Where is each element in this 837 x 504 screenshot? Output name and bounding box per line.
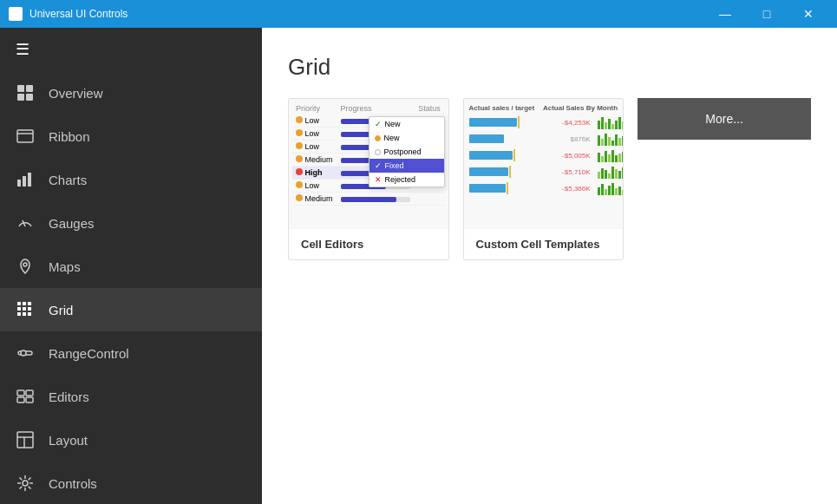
svg-rect-15 xyxy=(17,302,21,305)
sidebar-label-gauges: Gauges xyxy=(49,216,95,231)
sidebar-item-layout[interactable]: Layout xyxy=(0,418,262,461)
charts-icon xyxy=(16,170,35,189)
cct-row-5: -$5,366K xyxy=(469,181,618,195)
cct-col2: Actual Sales By Month xyxy=(543,104,618,112)
svg-rect-28 xyxy=(17,397,24,403)
svg-rect-19 xyxy=(23,307,26,311)
svg-rect-21 xyxy=(17,312,21,316)
cct-row-3: -$5,005K xyxy=(469,148,618,162)
sidebar-label-layout: Layout xyxy=(49,433,88,448)
cct-row-1: -$4,253K xyxy=(469,115,618,129)
cards-row: Priority Progress Status Low xyxy=(288,98,811,260)
maximize-button[interactable]: □ xyxy=(747,0,787,28)
gauges-icon xyxy=(16,213,35,232)
app-title: Universal UI Controls xyxy=(29,8,128,20)
svg-rect-5 xyxy=(26,85,33,92)
ribbon-icon xyxy=(16,127,35,146)
svg-rect-20 xyxy=(28,307,31,311)
title-bar: Universal UI Controls — □ ✕ xyxy=(0,0,837,28)
sidebar-label-charts: Charts xyxy=(49,173,87,187)
overview-icon xyxy=(16,83,35,102)
svg-rect-23 xyxy=(28,312,31,316)
svg-rect-2 xyxy=(10,15,15,19)
svg-rect-22 xyxy=(23,312,26,316)
sidebar-label-overview: Overview xyxy=(49,86,103,101)
svg-rect-3 xyxy=(16,15,21,19)
sidebar-label-ribbon: Ribbon xyxy=(49,129,90,144)
sidebar-item-maps[interactable]: Maps xyxy=(0,245,262,288)
svg-rect-18 xyxy=(17,307,21,311)
cell-editors-card[interactable]: Priority Progress Status Low xyxy=(288,98,449,260)
sidebar-label-grid: Grid xyxy=(49,303,73,317)
title-bar-left: Universal UI Controls xyxy=(9,7,128,21)
svg-rect-4 xyxy=(17,85,24,92)
svg-rect-6 xyxy=(17,94,24,101)
custom-cell-templates-card[interactable]: Actual sales / target Actual Sales By Mo… xyxy=(463,98,624,260)
svg-rect-8 xyxy=(17,130,33,142)
svg-rect-0 xyxy=(10,9,15,13)
cct-preview: Actual sales / target Actual Sales By Mo… xyxy=(464,99,624,229)
status-item-new: New xyxy=(369,131,444,145)
sidebar-label-rangecontrol: RangeControl xyxy=(49,346,129,361)
svg-rect-26 xyxy=(17,390,24,396)
sidebar-item-editors[interactable]: Editors xyxy=(0,375,262,418)
app-body: ☰ Overview Ribbon xyxy=(0,28,837,504)
svg-point-33 xyxy=(23,481,28,486)
layout-icon xyxy=(16,430,35,449)
sidebar-label-controls: Controls xyxy=(49,476,97,491)
sidebar-item-controls[interactable]: Controls xyxy=(0,461,262,504)
svg-point-25 xyxy=(21,350,26,356)
svg-rect-17 xyxy=(28,302,31,305)
minimize-button[interactable]: — xyxy=(705,0,745,28)
svg-rect-27 xyxy=(26,390,33,396)
sidebar-item-rangecontrol[interactable]: RangeControl xyxy=(0,331,262,375)
status-dropdown: ✓ New New Postponed ✓ Fixed ✕ Rejected xyxy=(369,116,445,187)
sidebar-item-ribbon[interactable]: Ribbon xyxy=(0,115,262,158)
hamburger-button[interactable]: ☰ xyxy=(0,28,262,71)
sidebar-label-editors: Editors xyxy=(49,389,89,404)
editors-icon xyxy=(16,387,35,406)
main-content: Grid Priority Progress Status xyxy=(262,28,837,504)
svg-rect-7 xyxy=(26,94,33,101)
controls-icon xyxy=(16,474,35,493)
more-button[interactable]: More... xyxy=(638,98,811,140)
cct-col1: Actual sales / target xyxy=(469,104,535,112)
grid-icon xyxy=(16,300,35,319)
status-item-check: ✓ New xyxy=(369,117,444,131)
cct-row-2: $876K xyxy=(469,132,618,146)
cct-row-4: -$5,710K xyxy=(469,165,618,179)
page-title: Grid xyxy=(288,54,811,81)
sidebar-item-grid[interactable]: Grid xyxy=(0,288,262,331)
svg-point-14 xyxy=(23,263,27,266)
sidebar-item-gauges[interactable]: Gauges xyxy=(0,201,262,245)
status-item-postponed: Postponed xyxy=(369,145,444,159)
svg-rect-10 xyxy=(17,180,21,187)
svg-rect-12 xyxy=(28,173,31,187)
cell-editors-preview: Priority Progress Status Low xyxy=(289,99,448,229)
svg-rect-1 xyxy=(16,9,21,13)
cell-editors-label: Cell Editors xyxy=(289,229,448,259)
close-button[interactable]: ✕ xyxy=(788,0,828,28)
app-icon xyxy=(9,7,23,21)
status-item-rejected: ✕ Rejected xyxy=(369,173,444,187)
svg-rect-30 xyxy=(17,432,33,448)
sidebar: ☰ Overview Ribbon xyxy=(0,28,262,504)
custom-cell-templates-label: Custom Cell Templates xyxy=(464,229,624,259)
status-item-fixed: ✓ Fixed xyxy=(369,159,444,173)
cct-header: Actual sales / target Actual Sales By Mo… xyxy=(469,104,618,112)
sidebar-item-charts[interactable]: Charts xyxy=(0,158,262,201)
maps-icon xyxy=(16,257,35,276)
sidebar-item-overview[interactable]: Overview xyxy=(0,71,262,115)
svg-rect-11 xyxy=(23,176,26,187)
svg-rect-16 xyxy=(23,302,26,305)
sidebar-label-maps: Maps xyxy=(49,259,81,274)
window-controls: — □ ✕ xyxy=(705,0,828,28)
range-icon xyxy=(16,344,35,363)
svg-rect-29 xyxy=(26,397,33,403)
